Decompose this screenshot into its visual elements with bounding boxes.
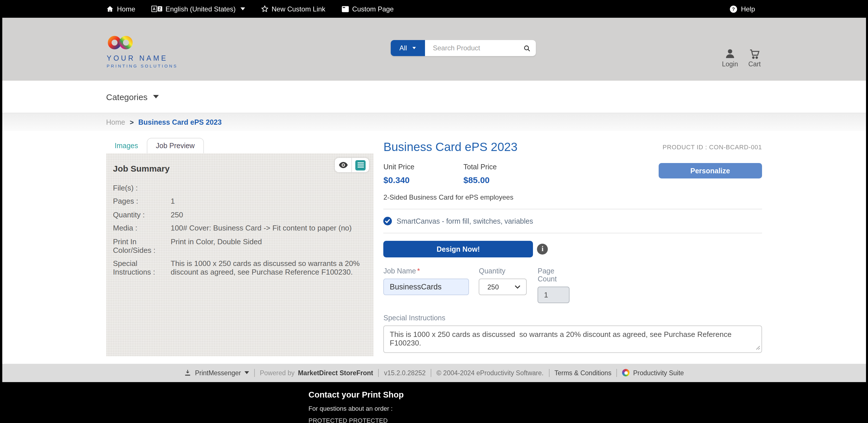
tab-job-preview[interactable]: Job Preview (147, 138, 204, 153)
print-messenger-label: PrintMessenger (195, 369, 241, 376)
nav-new-custom-link[interactable]: New Custom Link (261, 5, 325, 13)
summary-row-files: File(s) : (113, 184, 367, 192)
tab-images[interactable]: Images (106, 138, 147, 153)
powered-bar: PrintMessenger Powered by MarketDirect S… (2, 364, 866, 382)
special-instructions-textarea[interactable]: This is 1000 x 250 cards as discussed so… (383, 326, 762, 353)
breadcrumb-bar: Home > Business Card ePS 2023 (2, 113, 866, 131)
nav-help[interactable]: ? Help (730, 5, 755, 13)
product-column: Business Card ePS 2023 PRODUCT ID : CON-… (383, 138, 762, 356)
productivity-suite-icon (622, 369, 630, 376)
page-body: YOUR NAME PRINTING SOLUTIONS All (2, 18, 866, 382)
quantity-label: Quantity (479, 267, 527, 275)
productivity-suite-link[interactable]: Productivity Suite (622, 369, 684, 376)
contact-line1: For questions about an order : (308, 405, 868, 412)
divider (431, 369, 431, 377)
summary-row-color-sides: Print In Color/Sides : Print in Color, D… (113, 237, 367, 255)
check-circle-icon (383, 217, 392, 225)
list-icon (355, 160, 366, 170)
total-price-label: Total Price (464, 163, 544, 171)
version-label: v15.2.0.28252 (384, 369, 426, 376)
info-icon[interactable]: i (537, 244, 548, 255)
quantity-select[interactable]: 250 (479, 279, 527, 295)
chevron-down-icon (153, 95, 159, 98)
site-header: YOUR NAME PRINTING SOLUTIONS All (2, 18, 866, 81)
personalize-button[interactable]: Personalize (659, 163, 762, 178)
divider (383, 233, 762, 233)
user-icon (724, 48, 736, 59)
panel-view-toggle (335, 158, 369, 172)
search-filter-label: All (399, 44, 407, 52)
job-name-label: Job Name* (383, 267, 469, 275)
svg-text:?: ? (732, 6, 735, 12)
breadcrumb: Home > Business Card ePS 2023 (106, 118, 762, 126)
preview-column: Images Job Preview (106, 138, 374, 356)
product-description: 2-Sided Business Card for ePS employees (383, 193, 762, 201)
page: Home AZ English (United States) New Cust… (0, 0, 868, 423)
smartcanvas-option[interactable]: SmartCanvas - form fill, switches, varia… (383, 217, 762, 225)
chevron-down-icon (240, 7, 245, 10)
copyright-label: © 2004-2024 eProductivity Software. (436, 369, 544, 376)
divider (383, 209, 762, 209)
unit-price-value: $0.340 (383, 175, 464, 185)
cart-icon (749, 48, 761, 59)
nav-home[interactable]: Home (106, 5, 135, 13)
cart-label: Cart (748, 61, 761, 67)
chevron-down-icon (413, 47, 416, 49)
preview-eye-button[interactable] (335, 158, 352, 172)
contact-title: Contact your Print Shop (308, 390, 868, 399)
special-instructions-label: Special Instructions (383, 314, 762, 322)
terms-link[interactable]: Terms & Conditions (554, 369, 611, 376)
chevron-down-icon (245, 371, 249, 374)
main-content: Images Job Preview (2, 131, 866, 364)
design-now-button[interactable]: Design Now! (383, 241, 533, 257)
quantity-value: 250 (488, 283, 499, 291)
infinity-logo-icon (107, 35, 134, 50)
search-filter-dropdown[interactable]: All (391, 40, 425, 56)
smartcanvas-label: SmartCanvas - form fill, switches, varia… (397, 217, 533, 225)
login-button[interactable]: Login (722, 48, 738, 67)
page-title: Business Card ePS 2023 (383, 140, 518, 154)
summary-list-button[interactable] (352, 158, 369, 172)
download-icon (184, 369, 192, 376)
nav-new-custom-link-label: New Custom Link (272, 5, 325, 13)
print-messenger-dropdown[interactable]: PrintMessenger (184, 369, 249, 376)
job-summary-title: Job Summary (113, 164, 367, 173)
categories-label: Categories (106, 92, 148, 102)
productivity-suite-label: Productivity Suite (633, 369, 684, 376)
search-group: All (391, 40, 536, 56)
cart-button[interactable]: Cart (748, 48, 761, 67)
nav-language-label: English (United States) (166, 5, 236, 13)
breadcrumb-current[interactable]: Business Card ePS 2023 (138, 118, 222, 126)
home-icon (106, 5, 114, 12)
resize-handle-icon[interactable] (756, 342, 760, 352)
summary-row-media: Media : 100# Cover: Business Card -> Fit… (113, 224, 367, 232)
divider (254, 369, 255, 377)
translate-icon: AZ (151, 6, 162, 12)
search-input[interactable] (432, 44, 526, 53)
categories-bar: Categories (2, 81, 866, 113)
total-price-block: Total Price $85.00 (464, 163, 544, 185)
search-icon[interactable] (523, 44, 531, 54)
browser-window: Home AZ English (United States) New Cust… (0, 0, 868, 423)
categories-menu[interactable]: Categories (106, 92, 762, 102)
preview-tabs: Images Job Preview (106, 138, 374, 153)
eye-icon (338, 162, 348, 168)
nav-language-dropdown[interactable]: AZ English (United States) (151, 5, 245, 13)
nav-custom-page[interactable]: Custom Page (341, 5, 394, 13)
breadcrumb-separator: > (130, 118, 134, 126)
store-logo[interactable]: YOUR NAME PRINTING SOLUTIONS (107, 35, 178, 68)
job-name-input[interactable] (383, 279, 469, 295)
logo-subtitle: PRINTING SOLUTIONS (107, 63, 178, 68)
summary-row-special-instructions: Special Instructions : This is 1000 x 25… (113, 259, 367, 277)
nav-help-label: Help (741, 5, 755, 13)
star-icon (261, 5, 268, 12)
divider (549, 369, 549, 377)
total-price-value: $85.00 (464, 175, 544, 185)
page-icon (341, 5, 349, 12)
help-icon: ? (730, 5, 738, 13)
breadcrumb-home-link[interactable]: Home (106, 118, 125, 126)
page-count-input (538, 287, 570, 303)
divider (378, 369, 379, 377)
required-asterisk: * (417, 267, 420, 275)
nav-home-label: Home (117, 5, 135, 13)
